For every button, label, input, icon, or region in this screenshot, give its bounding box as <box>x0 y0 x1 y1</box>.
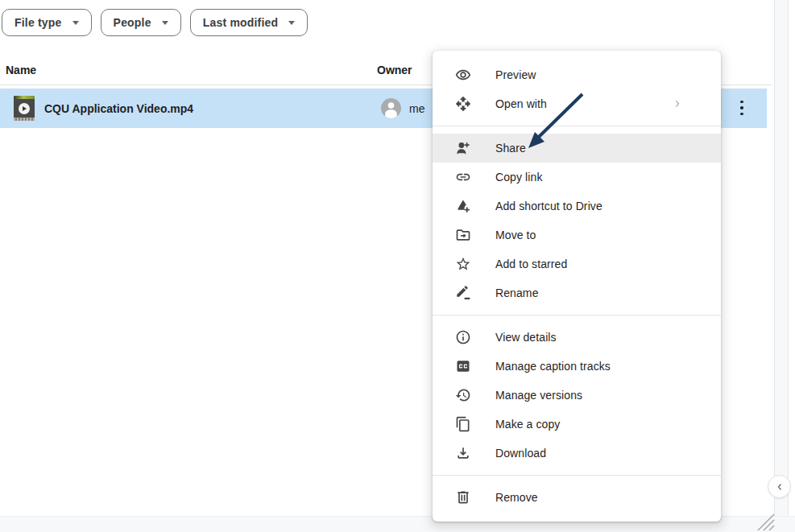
menu-item-remove[interactable]: Remove <box>433 483 721 512</box>
thumbnail-top-strip <box>14 96 35 99</box>
thumbnail-bottom-strip <box>14 118 35 121</box>
resize-gripper-icon[interactable] <box>754 510 775 531</box>
filter-chip-label: File type <box>14 16 62 29</box>
menu-item-label: Add shortcut to Drive <box>495 200 602 212</box>
menu-item-download[interactable]: Download <box>433 439 721 468</box>
side-panel-rail <box>774 0 795 532</box>
make-a-copy-icon <box>455 416 471 432</box>
filter-chip-row: File typePeopleLast modified <box>2 9 308 36</box>
move-to-folder-icon <box>455 227 471 243</box>
menu-item-copy-link[interactable]: Copy link <box>433 163 721 192</box>
trash-icon <box>455 489 471 505</box>
menu-item-label: Make a copy <box>495 418 560 431</box>
more-dots-icon <box>740 101 743 104</box>
side-panel-strip <box>788 0 795 532</box>
menu-item-label: Manage caption tracks <box>495 360 611 373</box>
menu-item-label: Rename <box>495 287 539 299</box>
filter-chip-people[interactable]: People <box>101 9 181 36</box>
dropdown-caret-icon <box>72 21 79 25</box>
closed-caption-icon <box>455 358 471 374</box>
dropdown-caret-icon <box>162 21 168 25</box>
filter-chip-file-type[interactable]: File type <box>2 9 92 36</box>
play-button-icon <box>19 103 30 114</box>
share-person-add-icon <box>455 140 471 156</box>
menu-divider <box>433 315 721 315</box>
menu-item-label: Manage versions <box>495 389 582 402</box>
star-icon <box>455 256 471 272</box>
video-thumbnail-icon <box>14 96 35 121</box>
menu-item-manage-versions[interactable]: Manage versions <box>433 381 721 410</box>
menu-item-label: Move to <box>495 229 536 241</box>
chevron-right-icon <box>673 99 682 109</box>
menu-item-label: Copy link <box>495 171 542 184</box>
menu-item-move-to[interactable]: Move to <box>433 221 721 250</box>
menu-item-open-with[interactable]: Open with <box>433 89 721 118</box>
column-header-name[interactable]: Name <box>6 64 36 76</box>
menu-divider <box>433 475 721 476</box>
menu-item-label: Share <box>495 142 526 155</box>
version-history-icon <box>455 387 471 403</box>
owner-label: me <box>409 102 424 115</box>
collapse-panel-button[interactable] <box>768 475 791 498</box>
menu-item-rename[interactable]: Rename <box>433 278 721 307</box>
preview-eye-icon <box>455 67 471 83</box>
context-menu: PreviewOpen withShareCopy linkAdd shortc… <box>433 51 721 522</box>
filter-chip-label: Last modified <box>203 16 279 29</box>
person-icon <box>381 98 401 118</box>
menu-item-label: Preview <box>495 68 536 81</box>
owner-avatar <box>381 98 401 118</box>
file-name: CQU Application Video.mp4 <box>44 102 193 115</box>
rename-pencil-icon <box>455 285 471 301</box>
more-actions-button[interactable] <box>729 95 755 121</box>
menu-item-preview[interactable]: Preview <box>433 60 721 89</box>
filter-chip-last-modified[interactable]: Last modified <box>190 9 308 36</box>
menu-divider <box>433 126 721 126</box>
menu-item-manage-caption-tracks[interactable]: Manage caption tracks <box>433 352 721 381</box>
menu-item-label: View details <box>495 331 557 344</box>
menu-item-share[interactable]: Share <box>433 134 721 163</box>
menu-item-add-to-starred[interactable]: Add to starred <box>433 250 721 278</box>
dropdown-caret-icon <box>288 21 295 25</box>
filter-chip-label: People <box>114 16 151 29</box>
menu-item-add-shortcut-to-drive[interactable]: Add shortcut to Drive <box>433 192 721 221</box>
add-shortcut-icon <box>455 198 471 214</box>
open-with-icon <box>455 96 471 112</box>
info-icon <box>455 329 471 345</box>
menu-item-make-a-copy[interactable]: Make a copy <box>433 410 721 439</box>
menu-item-view-details[interactable]: View details <box>433 323 721 352</box>
chevron-left-icon <box>775 482 785 492</box>
column-header-owner[interactable]: Owner <box>377 64 412 76</box>
copy-link-icon <box>455 169 471 185</box>
menu-item-label: Add to starred <box>495 258 567 270</box>
menu-item-label: Download <box>495 447 546 460</box>
menu-item-label: Remove <box>495 491 538 504</box>
download-icon <box>455 445 471 461</box>
menu-item-label: Open with <box>495 97 547 110</box>
